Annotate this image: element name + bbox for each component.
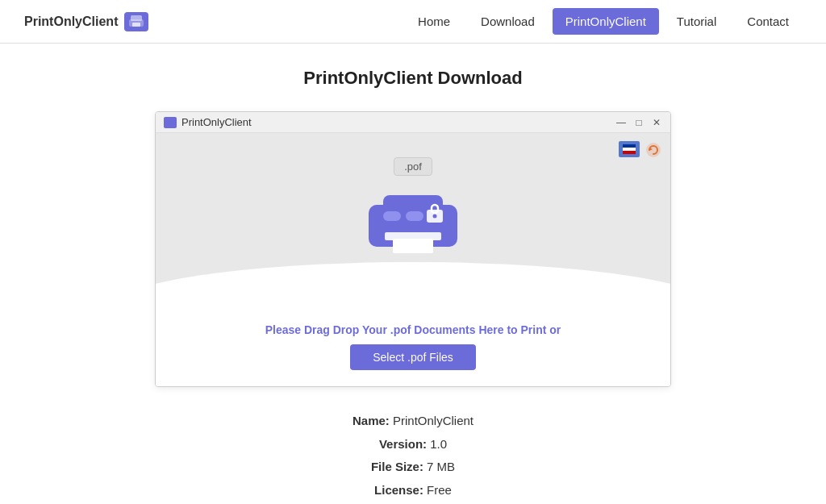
brand-name: PrintOnlyClient [24, 15, 118, 29]
svg-rect-11 [406, 211, 423, 221]
pof-label: .pof [394, 157, 432, 176]
printer-illustration [361, 182, 465, 265]
refresh-icon[interactable] [645, 141, 662, 159]
svg-rect-5 [623, 151, 636, 154]
titlebar-left: PrintOnlyClient [164, 116, 252, 128]
titlebar-icon [164, 117, 177, 128]
file-size-row: File Size: 7 MB [82, 456, 744, 479]
nav: Home Download PrintOnlyClient Tutorial C… [405, 8, 802, 35]
nav-tutorial[interactable]: Tutorial [664, 8, 729, 35]
page-title: PrintOnlyClient Download [82, 68, 744, 89]
drag-drop-text: Please Drag Drop Your .pof Documents Her… [265, 323, 561, 336]
window-titlebar: PrintOnlyClient — □ ✕ [156, 112, 670, 133]
file-license-label: License: [374, 483, 423, 497]
svg-rect-10 [383, 211, 401, 221]
nav-printonly[interactable]: PrintOnlyClient [553, 8, 659, 35]
file-size-value: 7 MB [427, 460, 455, 473]
window-toolbar [619, 141, 662, 159]
svg-point-6 [646, 143, 661, 157]
svg-point-14 [433, 215, 437, 219]
file-version-label: Version: [379, 437, 427, 451]
brand-icon [124, 12, 148, 31]
svg-rect-16 [393, 239, 433, 253]
file-name-value: PrintOnlyClient [393, 414, 473, 427]
file-size-label: File Size: [371, 460, 423, 473]
titlebar-title: PrintOnlyClient [181, 116, 252, 128]
maximize-button[interactable]: □ [633, 117, 645, 128]
minimize-button[interactable]: — [615, 117, 627, 128]
titlebar-controls: — □ ✕ [615, 117, 662, 128]
file-license-value: Free [427, 483, 452, 497]
svg-rect-3 [623, 144, 636, 148]
nav-download[interactable]: Download [468, 8, 548, 35]
flag-icon[interactable] [619, 141, 640, 157]
window-body: .pof [156, 133, 670, 310]
nav-contact[interactable]: Contact [734, 8, 802, 35]
window-bottom: Please Drag Drop Your .pof Documents Her… [156, 310, 670, 386]
main-content: PrintOnlyClient Download PrintOnlyClient… [66, 44, 760, 504]
file-info: Name: PrintOnlyClient Version: 1.0 File … [82, 410, 744, 504]
svg-rect-4 [623, 148, 636, 151]
select-files-button[interactable]: Select .pof Files [350, 344, 476, 370]
file-version-row: Version: 1.0 [82, 433, 744, 456]
svg-rect-1 [131, 15, 142, 21]
file-version-value: 1.0 [430, 437, 447, 451]
file-name-row: Name: PrintOnlyClient [82, 410, 744, 433]
svg-rect-2 [132, 23, 140, 27]
brand: PrintOnlyClient [24, 12, 148, 31]
file-name-label: Name: [353, 414, 390, 427]
app-window-mockup: PrintOnlyClient — □ ✕ [155, 111, 671, 387]
nav-home[interactable]: Home [405, 8, 463, 35]
file-license-row: License: Free [82, 479, 744, 502]
header: PrintOnlyClient Home Download PrintOnlyC… [0, 0, 826, 44]
close-button[interactable]: ✕ [651, 117, 662, 128]
